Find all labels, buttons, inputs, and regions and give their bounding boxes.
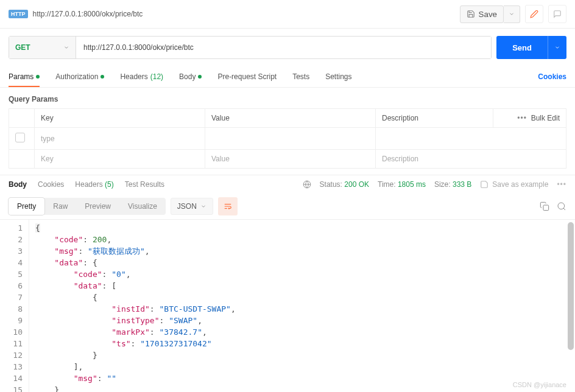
status-label: Status: 200 OK: [320, 180, 369, 189]
scrollbar-vertical[interactable]: [568, 222, 574, 350]
search-icon[interactable]: [557, 201, 566, 211]
tab-tests[interactable]: Tests: [292, 66, 309, 87]
query-params-table: Key Value Description ••• Bulk Edit type…: [9, 108, 566, 169]
chevron-down-icon: [509, 11, 515, 17]
save-icon: [467, 10, 475, 18]
row-checkbox[interactable]: [15, 133, 25, 142]
resp-tab-body[interactable]: Body: [9, 180, 27, 189]
more-icon[interactable]: •••: [517, 114, 527, 122]
tab-params[interactable]: Params: [9, 66, 40, 87]
table-row[interactable]: type: [9, 128, 566, 150]
view-preview[interactable]: Preview: [76, 198, 119, 215]
http-badge: HTTP: [9, 10, 28, 18]
chevron-down-icon: [200, 203, 206, 209]
tab-authorization[interactable]: Authorization: [55, 66, 104, 87]
save-icon: [480, 180, 489, 189]
globe-icon[interactable]: [303, 180, 311, 189]
view-pretty[interactable]: Pretty: [9, 198, 44, 215]
svg-line-6: [563, 208, 565, 210]
activity-dot-icon: [36, 75, 40, 79]
method-select[interactable]: GET: [9, 37, 76, 58]
chevron-down-icon: [554, 44, 560, 51]
save-dropdown[interactable]: [504, 5, 520, 23]
col-key: Key: [35, 109, 205, 128]
tab-headers[interactable]: Headers (12): [120, 66, 163, 87]
view-visualize[interactable]: Visualize: [119, 198, 166, 215]
pencil-icon: [530, 10, 538, 18]
svg-point-5: [558, 203, 565, 209]
send-button[interactable]: Send: [496, 36, 548, 59]
tab-settings[interactable]: Settings: [325, 66, 351, 87]
comment-button[interactable]: [548, 5, 566, 23]
resp-tab-cookies[interactable]: Cookies: [38, 180, 64, 189]
watermark: CSDN @yijianace: [513, 381, 566, 388]
response-body[interactable]: 12345678910111213141516 { "code": 200, "…: [0, 220, 575, 392]
more-icon[interactable]: •••: [557, 180, 566, 189]
tab-body[interactable]: Body: [179, 66, 202, 87]
comment-icon: [553, 10, 562, 18]
copy-icon[interactable]: [540, 201, 549, 211]
resp-tab-testresults[interactable]: Test Results: [125, 180, 164, 189]
header-url: http://127.0.0.1:8000/okx/price/btc: [33, 10, 143, 18]
activity-dot-icon: [101, 75, 104, 79]
save-example-button[interactable]: Save as example: [480, 180, 548, 189]
cookies-link[interactable]: Cookies: [538, 66, 566, 87]
size-label: Size: 333 B: [434, 180, 471, 189]
svg-rect-4: [543, 205, 549, 211]
url-input[interactable]: [76, 37, 491, 58]
query-params-title: Query Params: [0, 88, 575, 108]
time-label: Time: 1805 ms: [378, 180, 426, 189]
view-raw[interactable]: Raw: [44, 198, 76, 215]
tab-prerequest[interactable]: Pre-request Script: [217, 66, 277, 87]
wrap-icon: [223, 202, 233, 211]
send-dropdown[interactable]: [548, 36, 566, 59]
bulk-edit-link[interactable]: Bulk Edit: [531, 114, 560, 122]
col-value: Value: [205, 109, 376, 128]
chevron-down-icon: [63, 44, 69, 51]
activity-dot-icon: [198, 75, 202, 79]
resp-tab-headers[interactable]: Headers (5): [75, 180, 113, 189]
col-description: Description: [376, 109, 493, 128]
save-button[interactable]: Save: [460, 5, 504, 23]
edit-button[interactable]: [525, 5, 543, 23]
wrap-toggle[interactable]: [218, 197, 238, 215]
table-row[interactable]: Key Value Description: [9, 150, 566, 169]
format-select[interactable]: JSON: [171, 198, 213, 215]
